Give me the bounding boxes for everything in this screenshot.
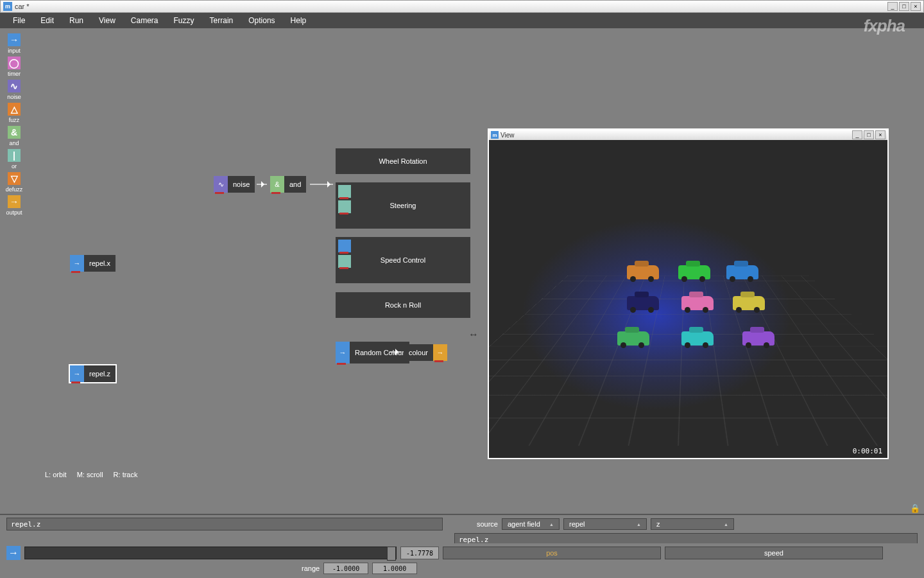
input-icon: → xyxy=(70,365,84,382)
node-label: repel.z xyxy=(84,365,116,382)
timer-icon: ◯ xyxy=(8,57,21,69)
fuzz-icon: △ xyxy=(8,103,21,116)
view-titlebar[interactable]: m View _ □ × xyxy=(489,130,887,140)
tool-input[interactable]: →input xyxy=(8,33,21,54)
car-agent[interactable] xyxy=(617,331,649,346)
tool-label: defuzz xyxy=(6,186,23,193)
car-agent[interactable] xyxy=(627,296,659,310)
tool-and[interactable]: &and xyxy=(8,126,21,146)
viewport-3d[interactable]: 0:00:01 xyxy=(489,140,887,458)
view-window[interactable]: m View _ □ × 0:00:01 xyxy=(488,128,889,459)
car-agent[interactable] xyxy=(681,331,714,346)
source-label: source xyxy=(477,520,498,528)
output-icon: → xyxy=(433,344,447,361)
car-agent[interactable] xyxy=(678,265,710,279)
input-icon: → xyxy=(336,342,350,363)
slider-handle[interactable] xyxy=(387,547,396,561)
menubar: FileEditRunViewCameraFuzzyTerrainOptions… xyxy=(0,13,924,28)
slider-type-icon[interactable]: → xyxy=(6,546,21,560)
source-select-1[interactable]: agent field▲ xyxy=(502,518,560,530)
timecode: 0:00:01 xyxy=(853,447,882,455)
menu-terrain[interactable]: Terrain xyxy=(202,16,241,25)
hint-right: R: track xyxy=(114,471,138,478)
tool-fuzz[interactable]: △fuzz xyxy=(8,103,21,123)
group-steering[interactable]: Steering xyxy=(336,182,470,229)
menu-fuzzy[interactable]: Fuzzy xyxy=(166,16,202,25)
bottom-bar: → -1.7778 pos speed range -1.0000 1.0000 xyxy=(0,543,924,578)
tool-defuzz[interactable]: ▽defuzz xyxy=(6,172,23,193)
group-label: Steering xyxy=(390,202,416,209)
output-icon: → xyxy=(8,195,21,208)
tool-output[interactable]: →output xyxy=(6,195,22,216)
node-label: noise xyxy=(228,176,255,193)
and-icon: & xyxy=(270,176,284,193)
tool-noise[interactable]: ∿noise xyxy=(7,80,21,100)
node-colour[interactable]: colour → xyxy=(404,344,447,361)
range-min[interactable]: -1.0000 xyxy=(323,563,368,574)
watermark: fxpha xyxy=(864,16,905,36)
input-icon xyxy=(338,240,351,252)
source-select-3[interactable]: z▲ xyxy=(651,518,734,530)
close-button[interactable]: × xyxy=(875,130,886,139)
connector xyxy=(389,351,401,353)
logo-icon: m xyxy=(3,2,12,11)
range-max[interactable]: 1.0000 xyxy=(372,563,417,574)
logo-icon: m xyxy=(491,131,499,139)
car-agent[interactable] xyxy=(742,331,774,346)
resize-handle-icon[interactable]: ↔ xyxy=(468,329,479,340)
chevron-up-icon: ▲ xyxy=(637,522,641,527)
node-repel-z[interactable]: → repel.z xyxy=(70,365,116,382)
value-slider[interactable] xyxy=(24,547,397,559)
tool-label: or xyxy=(12,163,17,170)
group-speed-control[interactable]: Speed Control xyxy=(336,237,470,283)
view-title: View xyxy=(501,132,852,139)
node-label: repel.x xyxy=(84,255,116,272)
menu-file[interactable]: File xyxy=(5,16,33,25)
lock-icon[interactable]: 🔒 xyxy=(910,504,919,512)
hint-middle: M: scroll xyxy=(77,471,103,478)
car-agent[interactable] xyxy=(733,296,765,310)
speed-button[interactable]: speed xyxy=(665,547,883,559)
maximize-button[interactable]: □ xyxy=(864,130,874,139)
chevron-up-icon: ▲ xyxy=(549,522,554,527)
car-agent[interactable] xyxy=(726,265,758,279)
menu-help[interactable]: Help xyxy=(283,16,314,25)
menu-run[interactable]: Run xyxy=(62,16,91,25)
source-select-2[interactable]: repel▲ xyxy=(563,518,647,530)
menu-options[interactable]: Options xyxy=(241,16,282,25)
or-icon xyxy=(338,185,351,198)
menu-view[interactable]: View xyxy=(91,16,123,25)
input-icon: → xyxy=(70,255,84,272)
tool-or[interactable]: |or xyxy=(8,149,21,170)
close-button[interactable]: × xyxy=(911,2,921,11)
noise-icon: ∿ xyxy=(8,80,21,92)
car-agent[interactable] xyxy=(681,296,714,310)
tool-timer[interactable]: ◯timer xyxy=(8,57,21,77)
and-icon: & xyxy=(8,126,21,139)
or-icon xyxy=(338,255,351,268)
tool-label: fuzz xyxy=(9,117,20,123)
minimize-button[interactable]: _ xyxy=(852,130,862,139)
node-label: colour xyxy=(404,344,433,361)
tool-label: timer xyxy=(8,71,21,77)
maximize-button[interactable]: □ xyxy=(899,2,909,11)
group-wheel-rotation[interactable]: Wheel Rotation xyxy=(336,148,470,174)
minimize-button[interactable]: _ xyxy=(887,2,898,11)
node-noise[interactable]: ∿ noise xyxy=(214,176,255,193)
menu-edit[interactable]: Edit xyxy=(33,16,62,25)
tool-label: input xyxy=(8,48,21,54)
title-bar: m car * _ □ × xyxy=(0,0,924,13)
name-field-left[interactable] xyxy=(6,518,443,530)
group-label: Wheel Rotation xyxy=(379,157,427,165)
group-label: Speed Control xyxy=(381,256,425,264)
connector xyxy=(257,184,267,185)
node-repel-x[interactable]: → repel.x xyxy=(70,255,116,272)
node-and[interactable]: & and xyxy=(270,176,306,193)
pos-button[interactable]: pos xyxy=(443,547,661,559)
menu-camera[interactable]: Camera xyxy=(123,16,166,25)
slider-value[interactable]: -1.7778 xyxy=(400,547,439,559)
or-icon: | xyxy=(8,149,21,162)
tool-label: output xyxy=(6,209,22,216)
car-agent[interactable] xyxy=(627,265,659,279)
group-rock-n-roll[interactable]: Rock n Roll xyxy=(336,292,470,318)
